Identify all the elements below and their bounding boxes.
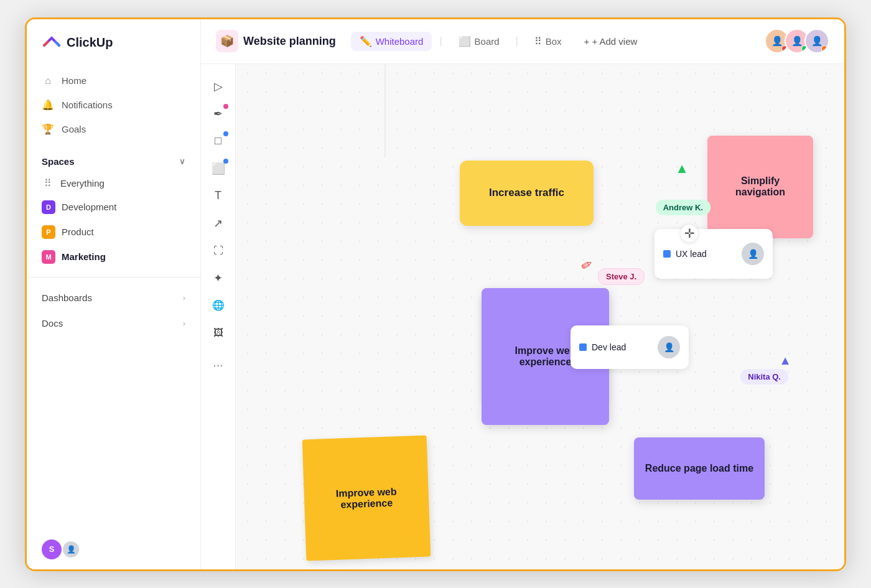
box-tab-icon: ⠿ — [534, 35, 542, 47]
project-icon-symbol: 📦 — [220, 34, 234, 48]
main-content: 📦 Website planning ✏️ Whiteboard | ⬜ Boa… — [201, 19, 844, 569]
space-marketing[interactable]: M Marketing — [27, 245, 200, 269]
bell-icon: 🔔 — [42, 99, 54, 111]
add-view-icon: + — [584, 36, 590, 47]
card-reduce-page[interactable]: Reduce page load time — [634, 437, 765, 500]
card-ux-lead[interactable]: UX lead 👤 — [654, 229, 773, 279]
ux-lead-avatar: 👤 — [742, 243, 764, 265]
dev-lead-avatar: 👤 — [658, 336, 680, 358]
board-tab-icon: ⬜ — [459, 35, 471, 47]
move-handle-icon[interactable]: ✛ — [681, 225, 698, 242]
current-user-avatar: S — [42, 539, 62, 559]
sidebar-divider-1 — [27, 277, 200, 278]
tab-separator-2: | — [516, 35, 518, 47]
label-andrew: Andrew K. — [656, 200, 710, 215]
nav-home[interactable]: ⌂ Home — [27, 69, 200, 93]
space-development[interactable]: D Development — [27, 195, 200, 220]
add-view-label: + Add view — [592, 36, 637, 47]
tool-globe[interactable]: 🌐 — [206, 293, 231, 318]
tab-separator-1: | — [439, 35, 442, 47]
toolbar: ▷ ✒ □ ⬜ T ↗ ⛶ ✦ 🌐 🖼 ··· — [201, 64, 236, 569]
app-name: ClickUp — [67, 35, 113, 50]
card-improve-web-2-text: Improve web experience — [314, 485, 419, 511]
tool-text[interactable]: T — [206, 184, 231, 208]
arrows-layer — [236, 64, 422, 157]
tool-select[interactable]: ▷ — [206, 74, 231, 99]
space-development-label: Development — [62, 202, 116, 212]
tool-sparkle[interactable]: ✦ — [206, 266, 231, 291]
space-product[interactable]: P Product — [27, 220, 200, 245]
everything-icon: ⠿ — [42, 177, 54, 189]
card-simplify-nav-text: Simplify navigation — [717, 175, 803, 198]
card-dev-lead[interactable]: Dev lead 👤 — [571, 325, 689, 369]
header: 📦 Website planning ✏️ Whiteboard | ⬜ Boa… — [201, 19, 844, 64]
card-increase-traffic[interactable]: Increase traffic — [460, 161, 594, 226]
tool-arrow[interactable]: ↗ — [206, 211, 231, 236]
dashboards-arrow-icon: › — [183, 293, 185, 302]
project-title: Website planning — [243, 35, 336, 48]
docs-arrow-icon: › — [183, 319, 185, 328]
draw-dot — [223, 104, 228, 109]
logo-area: ClickUp — [27, 19, 200, 64]
tab-box[interactable]: ⠿ Box — [526, 32, 571, 51]
dashboards-label: Dashboards — [42, 292, 92, 303]
tab-board[interactable]: ⬜ Board — [450, 32, 508, 51]
ux-lead-dot — [663, 250, 671, 258]
dev-lead-name: Dev lead — [592, 342, 626, 352]
tool-rectangle[interactable]: □ — [206, 129, 231, 154]
label-nikita: Nikita Q. — [740, 369, 788, 385]
whiteboard-tab-label: Whiteboard — [376, 36, 424, 47]
dev-icon: D — [42, 200, 55, 214]
nav-section: ⌂ Home 🔔 Notifications 🏆 Goals — [27, 64, 200, 146]
pencil-float-icon: ✏ — [578, 255, 596, 275]
tool-mindmap[interactable]: ⛶ — [206, 238, 231, 263]
marketing-icon: M — [42, 250, 55, 264]
add-view-button[interactable]: + + Add view — [575, 32, 646, 50]
ux-lead-name: UX lead — [676, 249, 707, 259]
space-everything[interactable]: ⠿ Everything — [27, 172, 200, 195]
nav-goals-label: Goals — [62, 124, 86, 134]
sidebar-bottom: S 👤 — [27, 530, 200, 569]
goals-icon: 🏆 — [42, 123, 54, 135]
clickup-logo — [42, 33, 62, 53]
spaces-label: Spaces — [42, 156, 75, 167]
dev-lead-dot — [579, 343, 587, 351]
nav-notifications-label: Notifications — [62, 100, 113, 110]
dashboards-section[interactable]: Dashboards › — [27, 285, 200, 310]
canvas-area: Increase traffic Increase organic visits… — [236, 64, 844, 569]
nav-notifications[interactable]: 🔔 Notifications — [27, 93, 200, 117]
app-container: ClickUp ⌂ Home 🔔 Notifications 🏆 Goals S… — [25, 17, 846, 571]
space-marketing-label: Marketing — [62, 251, 106, 262]
project-icon: 📦 — [216, 30, 238, 52]
ux-lead-info: UX lead — [663, 249, 707, 259]
space-product-label: Product — [62, 226, 94, 237]
rect-dot — [223, 131, 228, 136]
tab-whiteboard[interactable]: ✏️ Whiteboard — [351, 32, 432, 51]
docs-section[interactable]: Docs › — [27, 310, 200, 336]
product-icon: P — [42, 225, 55, 239]
label-steve: Steve J. — [598, 268, 645, 285]
nav-home-label: Home — [62, 75, 86, 86]
cursor-green-icon: ▲ — [675, 161, 689, 177]
tool-more[interactable]: ··· — [206, 353, 231, 378]
tool-image[interactable]: 🖼 — [206, 320, 231, 345]
spaces-header: Spaces ∨ — [27, 146, 200, 172]
box-tab-label: Box — [546, 36, 562, 47]
tool-draw[interactable]: ✒ — [206, 101, 231, 126]
whiteboard-canvas[interactable]: ▷ ✒ □ ⬜ T ↗ ⛶ ✦ 🌐 🖼 ··· — [201, 64, 844, 569]
space-everything-label: Everything — [60, 178, 105, 189]
sidebar: ClickUp ⌂ Home 🔔 Notifications 🏆 Goals S… — [27, 19, 201, 569]
cursor-blue-icon: ▲ — [779, 353, 791, 368]
collab-avatar-3: 👤 — [804, 29, 829, 54]
spaces-chevron-icon[interactable]: ∨ — [179, 157, 185, 166]
card-simplify-nav[interactable]: Simplify navigation — [707, 136, 813, 238]
second-user-avatar: 👤 — [62, 540, 80, 559]
whiteboard-tab-icon: ✏️ — [360, 35, 372, 47]
nav-goals[interactable]: 🏆 Goals — [27, 117, 200, 141]
card-improve-web-2[interactable]: Improve web experience — [302, 435, 431, 561]
spaces-list: ⠿ Everything D Development P Product M M… — [27, 172, 200, 269]
docs-label: Docs — [42, 318, 63, 329]
board-tab-label: Board — [475, 36, 500, 47]
tool-sticky-note[interactable]: ⬜ — [206, 156, 231, 181]
sticky-dot — [223, 159, 228, 164]
